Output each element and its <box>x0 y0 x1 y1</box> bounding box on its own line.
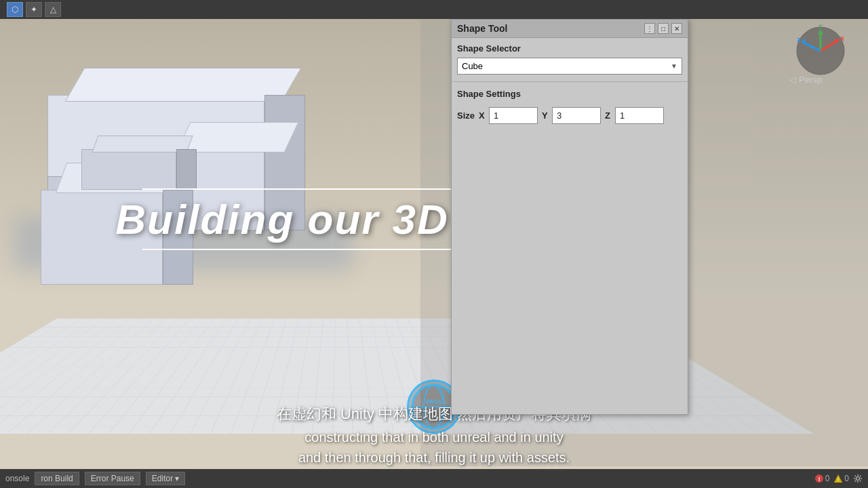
panel-more-btn[interactable]: ⋮ <box>644 23 655 34</box>
size-z-input[interactable] <box>615 107 664 124</box>
size-x-group: X <box>479 107 538 124</box>
cube-tool-btn[interactable]: ⬡ <box>7 2 23 17</box>
panel-close-btn[interactable]: ✕ <box>671 23 682 34</box>
run-build-btn[interactable]: ron Build <box>35 472 79 485</box>
subtitle-english-line1: constructing that in both unreal and in … <box>304 430 563 445</box>
shape-settings-label: Shape Settings <box>452 83 688 102</box>
subtitle-chinese: 在虚幻和 Unity 中构建地图 然后用资产将其填满 <box>0 404 868 424</box>
toolbar: ⬡ ✦ △ <box>0 0 868 19</box>
size-label: Size <box>457 110 475 121</box>
panel-minimize-btn[interactable]: □ <box>658 23 669 34</box>
persp-label: ◁ Persp <box>789 75 822 85</box>
error-count: 0 <box>825 474 830 483</box>
svg-text:!: ! <box>837 476 840 483</box>
size-y-group: Y <box>542 107 601 124</box>
panel-title: Shape Tool <box>457 23 507 34</box>
error-status: ! 0 <box>814 474 830 483</box>
svg-text:X: X <box>840 35 844 42</box>
subtitle-english: constructing that in both unreal and in … <box>0 427 868 468</box>
svg-point-18 <box>856 477 860 481</box>
console-label: onsole <box>5 474 29 483</box>
shape-selector-label: Shape Selector <box>452 38 688 56</box>
editor-dropdown-btn[interactable]: Editor ▾ <box>146 472 186 485</box>
warning-count: 0 <box>844 474 849 483</box>
panel-empty-space <box>452 129 688 414</box>
svg-text:Y: Y <box>818 24 823 30</box>
shape-draw-tool-btn[interactable]: △ <box>45 2 61 17</box>
size-y-input[interactable] <box>552 107 601 124</box>
svg-text:Z: Z <box>797 37 801 43</box>
bottom-right-icons: ! 0 ! 0 <box>814 469 868 488</box>
shape-selector-row: Cube ▼ <box>452 56 688 80</box>
size-z-group: Z <box>605 107 664 124</box>
settings-icon[interactable] <box>853 474 863 483</box>
panel-controls: ⋮ □ ✕ <box>644 23 682 34</box>
bottom-bar: onsole ron Build Error Pause Editor ▾ ! … <box>0 469 868 488</box>
panel-titlebar: Shape Tool ⋮ □ ✕ <box>452 20 688 38</box>
error-pause-btn[interactable]: Error Pause <box>85 472 140 485</box>
z-axis-label: Z <box>605 110 613 121</box>
subtitle-english-line2: and then through that, filling it up wit… <box>298 450 570 465</box>
axis-gizmo: Y X Z <box>793 24 848 78</box>
subtitle-container: 在虚幻和 Unity 中构建地图 然后用资产将其填满 constructing … <box>0 404 868 468</box>
size-x-input[interactable] <box>489 107 538 124</box>
panel-divider-1 <box>452 81 688 82</box>
y-axis-label: Y <box>542 110 550 121</box>
shape-tool-panel: Shape Tool ⋮ □ ✕ Shape Selector Cube ▼ S… <box>451 19 688 415</box>
size-row: Size X Y Z <box>452 102 688 129</box>
svg-text:!: ! <box>818 476 820 483</box>
shape-selector-value: Cube <box>462 61 483 71</box>
x-axis-label: X <box>479 110 487 121</box>
warning-status: ! 0 <box>833 474 849 483</box>
transform-tool-btn[interactable]: ✦ <box>26 2 42 17</box>
viewport[interactable]: Building our 3D Level RRCG 在虚幻和 Unity 中构… <box>0 0 868 488</box>
dropdown-arrow-icon: ▼ <box>671 62 677 70</box>
shape-selector-dropdown[interactable]: Cube ▼ <box>457 58 682 75</box>
